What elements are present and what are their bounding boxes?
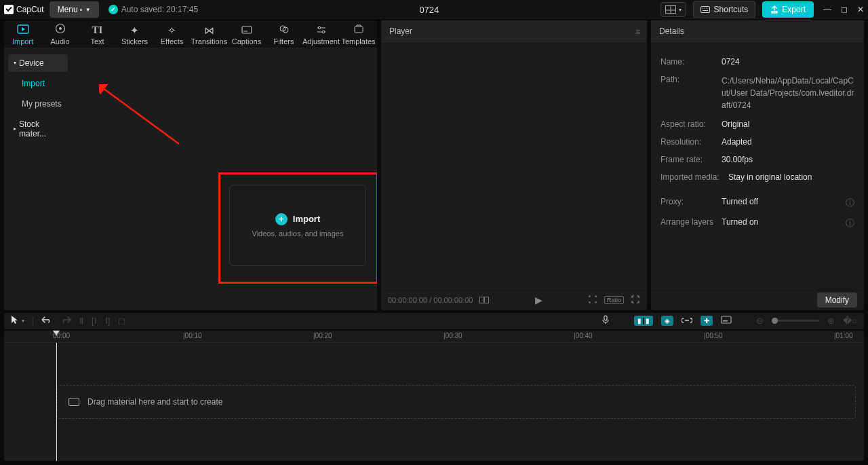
svg-rect-3 <box>701 7 709 13</box>
sidebar-import[interactable]: Import <box>4 73 72 94</box>
media-tabs: Import Audio TI Text ✦ Stickers ✧ Effect… <box>4 20 377 48</box>
maximize-button[interactable]: ◻ <box>841 5 848 14</box>
detail-layers: Arrange layers Turned on ⓘ <box>660 213 854 234</box>
tab-filters[interactable]: Filters <box>265 24 302 48</box>
linkage-button[interactable] <box>682 316 692 326</box>
svg-point-18 <box>318 26 321 29</box>
adjustment-icon <box>316 25 327 35</box>
tab-templates[interactable]: Templates <box>340 24 377 48</box>
delete-left-button[interactable]: [Ⅰ <box>92 316 97 326</box>
layout-icon <box>665 5 676 14</box>
svg-point-11 <box>59 27 62 30</box>
annotation-arrow <box>99 84 187 152</box>
tab-adjustment[interactable]: Adjustment <box>302 25 340 48</box>
tab-audio[interactable]: Audio <box>41 23 79 48</box>
player-controls: 00:00:00:00 / 00:00:00:00 ▶ Ratio <box>381 290 647 310</box>
tab-import-label: Import <box>12 37 33 45</box>
detail-aspect-label: Aspect ratio: <box>660 119 722 129</box>
track-area[interactable]: Drag material here and start to create <box>4 343 864 461</box>
selection-dropdown[interactable]: ▾ <box>22 318 24 324</box>
player-panel: Player ≡ 00:00:00:00 / 00:00:00:00 ▶ Rat… <box>381 20 647 310</box>
export-icon <box>770 5 778 14</box>
tab-captions[interactable]: Captions <box>228 25 265 48</box>
preview-axis[interactable]: ✚ <box>701 316 713 326</box>
export-label: Export <box>782 5 806 14</box>
svg-rect-26 <box>722 316 731 323</box>
info-icon[interactable]: ⓘ <box>846 197 854 209</box>
scan-icon[interactable] <box>588 295 597 306</box>
detail-resolution: Resolution: Adapted <box>660 133 854 151</box>
player-header: Player ≡ <box>381 20 647 43</box>
zoom-out-button[interactable]: ⊖ <box>756 316 764 326</box>
zoom-in-button[interactable]: ⊕ <box>827 316 835 326</box>
app-name: CapCut <box>16 5 44 14</box>
crop-button[interactable]: ◻ <box>118 316 125 326</box>
filters-icon <box>279 24 290 35</box>
export-button[interactable]: Export <box>762 1 814 18</box>
sidebar-presets[interactable]: My presets <box>4 94 72 114</box>
shortcuts-button[interactable]: Shortcuts <box>693 1 756 18</box>
minimize-button[interactable]: — <box>823 5 831 14</box>
chevron-down-icon: ▼ <box>85 7 91 13</box>
svg-point-19 <box>322 31 325 33</box>
cover-button[interactable] <box>721 316 732 326</box>
stickers-icon: ✦ <box>130 25 139 35</box>
svg-rect-12 <box>242 26 252 33</box>
detail-layers-value: Turned on <box>722 217 846 229</box>
detail-layers-label: Arrange layers <box>660 217 722 229</box>
tab-effects[interactable]: ✧ Effects <box>153 25 191 48</box>
sidebar-presets-label: My presets <box>22 99 62 109</box>
sidebar-stock[interactable]: ▸ Stock mater... <box>4 114 72 144</box>
svg-rect-23 <box>480 297 484 303</box>
play-button[interactable]: ▶ <box>535 295 542 305</box>
detail-path-value[interactable]: C:/Users/Neha/AppData/Local/CapCut/User … <box>722 75 854 111</box>
svg-rect-24 <box>485 297 489 303</box>
record-voiceover-button[interactable] <box>601 315 610 327</box>
close-button[interactable]: ✕ <box>857 5 864 14</box>
panel-menu-icon[interactable]: ≡ <box>635 27 640 37</box>
detail-media-label: Imported media: <box>660 172 728 182</box>
tab-transitions[interactable]: ⋈ Transitions <box>191 25 228 48</box>
import-dropzone[interactable]: + Import Videos, audios, and images <box>229 185 366 266</box>
layout-button[interactable]: ▾ <box>660 2 686 17</box>
sidebar-device[interactable]: ▾ Device <box>8 54 68 72</box>
check-icon: ✓ <box>108 5 118 14</box>
timeline-dropzone[interactable]: Drag material here and start to create <box>57 385 856 419</box>
tab-stickers[interactable]: ✦ Stickers <box>116 25 153 48</box>
delete-right-button[interactable]: Ⅰ] <box>105 316 111 326</box>
detail-name: Name: 0724 <box>660 53 854 71</box>
main-track-magnet[interactable]: ▮▮ <box>634 316 653 326</box>
menu-button[interactable]: Menu ▼ <box>50 1 99 18</box>
fullscreen-icon[interactable] <box>631 295 640 306</box>
detail-res-value: Adapted <box>722 137 854 147</box>
tab-filters-label: Filters <box>274 37 294 45</box>
ratio-button[interactable]: Ratio <box>604 296 624 304</box>
player-viewport <box>381 43 647 290</box>
zoom-fit-button[interactable]: �○ <box>843 316 857 326</box>
tab-text-label: Text <box>90 37 104 45</box>
autosave-label: Auto saved: 20:17:45 <box>121 5 198 14</box>
keyboard-icon <box>701 6 710 13</box>
tab-text[interactable]: TI Text <box>79 25 116 48</box>
templates-icon <box>353 24 364 35</box>
effects-icon: ✧ <box>167 25 176 35</box>
auto-snap[interactable]: ◈ <box>661 316 673 326</box>
import-title: Import <box>293 214 320 224</box>
compare-icon[interactable] <box>479 295 489 305</box>
svg-point-5 <box>704 8 705 9</box>
undo-button[interactable] <box>41 316 52 326</box>
import-subtitle: Videos, audios, and images <box>252 229 344 238</box>
timeline-toolbar: ▾ Ⅱ [Ⅰ Ⅰ] ◻ ▮▮ ◈ ✚ ⊖ ⊕ �○ <box>4 313 864 329</box>
sidebar-stock-label: Stock mater... <box>19 119 65 138</box>
app-logo: CapCut <box>4 5 44 14</box>
info-icon[interactable]: ⓘ <box>846 217 854 229</box>
detail-aspect: Aspect ratio: Original <box>660 115 854 133</box>
timeline-ruler[interactable]: 00:00 |00:10 |00:20 |00:30 |00:40 |00:50… <box>4 331 864 343</box>
selection-tool[interactable] <box>11 315 19 327</box>
tab-import[interactable]: Import <box>4 24 41 48</box>
modify-button[interactable]: Modify <box>817 293 857 308</box>
title-bar: CapCut Menu ▼ ✓ Auto saved: 20:17:45 072… <box>0 0 868 20</box>
detail-imported-media: Imported media: Stay in original locatio… <box>660 168 854 186</box>
redo-button[interactable] <box>60 316 71 326</box>
split-button[interactable]: Ⅱ <box>79 316 83 326</box>
